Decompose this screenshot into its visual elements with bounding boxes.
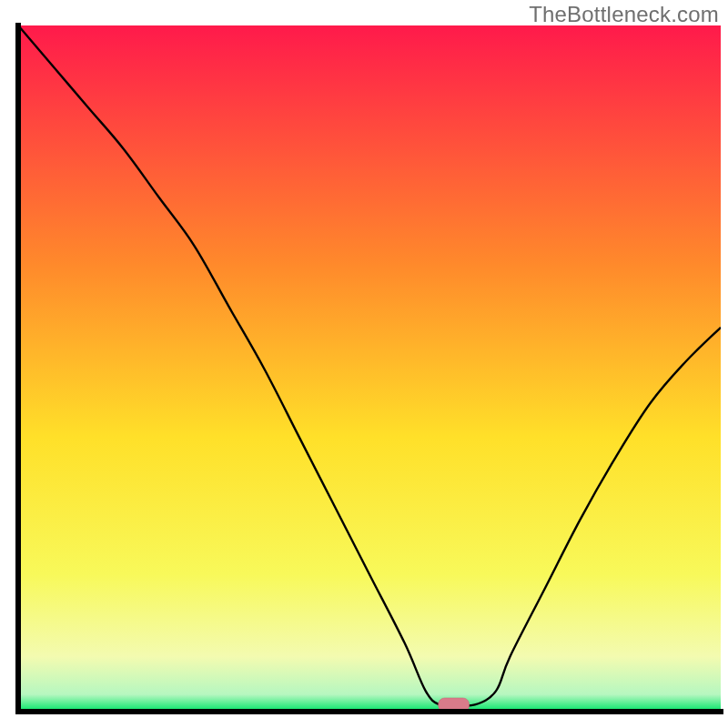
chart-background [18,25,721,712]
chart-container: TheBottleneck.com [0,0,728,728]
chart-svg [0,0,728,728]
watermark-text: TheBottleneck.com [529,2,719,27]
